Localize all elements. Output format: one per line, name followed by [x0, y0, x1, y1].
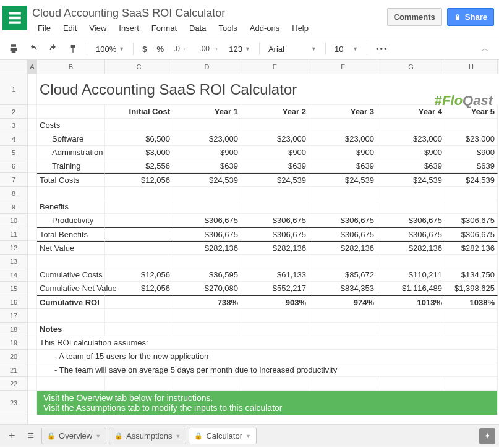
- cell[interactable]: Benefits: [37, 200, 105, 214]
- row-header[interactable]: 16: [0, 295, 27, 309]
- cell[interactable]: $282,136: [173, 241, 241, 255]
- menu-edit[interactable]: Edit: [58, 21, 82, 35]
- cell[interactable]: Notes: [37, 323, 105, 336]
- cell[interactable]: $36,595: [173, 268, 241, 282]
- cell[interactable]: Training: [37, 159, 105, 173]
- cell[interactable]: $639: [241, 159, 309, 173]
- column-header[interactable]: D: [173, 60, 241, 74]
- add-sheet-button[interactable]: +: [4, 427, 20, 445]
- cell[interactable]: $12,056: [105, 268, 173, 282]
- column-header[interactable]: B: [37, 60, 105, 74]
- cell[interactable]: $900: [377, 146, 445, 159]
- row-header[interactable]: 2: [0, 105, 27, 119]
- row-header[interactable]: 1: [0, 74, 27, 105]
- menu-tools[interactable]: Tools: [213, 21, 242, 35]
- cell[interactable]: [105, 214, 173, 227]
- column-header[interactable]: F: [309, 60, 377, 74]
- row-header[interactable]: 3: [0, 119, 27, 132]
- cell[interactable]: Year 3: [309, 105, 377, 119]
- sheet-title-cell[interactable]: Cloud Accounting SaaS ROI Calculator: [37, 74, 439, 105]
- cell[interactable]: [105, 295, 173, 309]
- cell[interactable]: $24,539: [309, 173, 377, 187]
- cell[interactable]: Cumulative Net Value: [37, 282, 105, 295]
- cell[interactable]: $23,000: [445, 132, 498, 146]
- comments-button[interactable]: Comments: [387, 8, 442, 26]
- row-header[interactable]: 19: [0, 336, 27, 350]
- cell[interactable]: Net Value: [37, 241, 105, 255]
- cell[interactable]: $306,675: [241, 214, 309, 227]
- cell[interactable]: $306,675: [445, 227, 498, 241]
- column-header[interactable]: G: [377, 60, 445, 74]
- callout-cell[interactable]: Visit the Overview tab below for instruc…: [37, 391, 498, 415]
- cell[interactable]: $12,056: [105, 173, 173, 187]
- cell[interactable]: $110,211: [377, 268, 445, 282]
- cell[interactable]: $282,136: [241, 241, 309, 255]
- percent-button[interactable]: %: [153, 42, 168, 56]
- cell[interactable]: $900: [309, 146, 377, 159]
- cell[interactable]: $24,539: [173, 173, 241, 187]
- redo-button[interactable]: [45, 41, 62, 56]
- cell[interactable]: $6,500: [105, 132, 173, 146]
- cell[interactable]: Productivity: [37, 214, 105, 227]
- row-header[interactable]: 12: [0, 241, 27, 255]
- cell[interactable]: Total Costs: [37, 173, 105, 187]
- menu-file[interactable]: File: [32, 21, 56, 35]
- cell[interactable]: $900: [445, 146, 498, 159]
- cell[interactable]: $282,136: [377, 241, 445, 255]
- cell[interactable]: $900: [241, 146, 309, 159]
- zoom-dropdown[interactable]: 100%▼: [92, 42, 128, 56]
- cell[interactable]: Costs: [37, 119, 105, 132]
- cell[interactable]: $282,136: [309, 241, 377, 255]
- cell[interactable]: $306,675: [377, 227, 445, 241]
- cell[interactable]: Cumulative Costs: [37, 268, 105, 282]
- cell[interactable]: Administration: [37, 146, 105, 159]
- collapse-toolbar-button[interactable]: ︿: [476, 41, 494, 57]
- sheet-tab-assumptions[interactable]: 🔒Assumptions▼: [109, 428, 186, 444]
- paint-format-button[interactable]: [64, 41, 82, 56]
- cell[interactable]: $61,133: [241, 268, 309, 282]
- cell[interactable]: [105, 241, 173, 255]
- cell[interactable]: $282,136: [445, 241, 498, 255]
- cell[interactable]: $2,556: [105, 159, 173, 173]
- cell[interactable]: $639: [309, 159, 377, 173]
- menu-view[interactable]: View: [83, 21, 112, 35]
- cell[interactable]: $306,675: [377, 214, 445, 227]
- cell[interactable]: $306,675: [445, 214, 498, 227]
- explore-button[interactable]: ✦: [479, 428, 495, 444]
- all-sheets-button[interactable]: ≡: [23, 427, 40, 445]
- print-button[interactable]: [5, 41, 22, 56]
- row-header[interactable]: 17: [0, 309, 27, 323]
- cell[interactable]: $834,353: [309, 282, 377, 295]
- cell[interactable]: $24,539: [377, 173, 445, 187]
- font-size-dropdown[interactable]: 10▼: [331, 42, 362, 56]
- row-header[interactable]: 11: [0, 227, 27, 241]
- row-header[interactable]: 5: [0, 146, 27, 159]
- increase-decimal-button[interactable]: .00 →: [195, 42, 223, 56]
- undo-button[interactable]: [25, 41, 42, 56]
- cell[interactable]: $639: [377, 159, 445, 173]
- cell[interactable]: [105, 227, 173, 241]
- cell[interactable]: [28, 74, 37, 105]
- cell[interactable]: 738%: [173, 295, 241, 309]
- menu-insert[interactable]: Insert: [113, 21, 145, 35]
- cell[interactable]: $23,000: [309, 132, 377, 146]
- row-header[interactable]: 10: [0, 214, 27, 227]
- format-dropdown[interactable]: 123▼: [225, 42, 254, 56]
- cell[interactable]: $900: [173, 146, 241, 159]
- cell[interactable]: Total Benefits: [37, 227, 105, 241]
- cell[interactable]: $639: [445, 159, 498, 173]
- app-logo[interactable]: [2, 6, 27, 30]
- menu-addons[interactable]: Add-ons: [244, 21, 285, 35]
- column-header[interactable]: H: [445, 60, 498, 74]
- document-title[interactable]: Cloud Accounting SaaS ROI Calculator: [32, 3, 387, 21]
- row-header[interactable]: 15: [0, 282, 27, 295]
- cell[interactable]: $639: [173, 159, 241, 173]
- cell[interactable]: -$12,056: [105, 282, 173, 295]
- cell[interactable]: 1013%: [377, 295, 445, 309]
- cell[interactable]: $306,675: [309, 227, 377, 241]
- sheet-tab-overview[interactable]: 🔒Overview▼: [41, 428, 106, 444]
- cell[interactable]: This ROI calculation assumes:: [37, 336, 498, 350]
- cell[interactable]: $1,398,625: [445, 282, 498, 295]
- column-header[interactable]: C: [105, 60, 173, 74]
- row-header[interactable]: 4: [0, 132, 27, 146]
